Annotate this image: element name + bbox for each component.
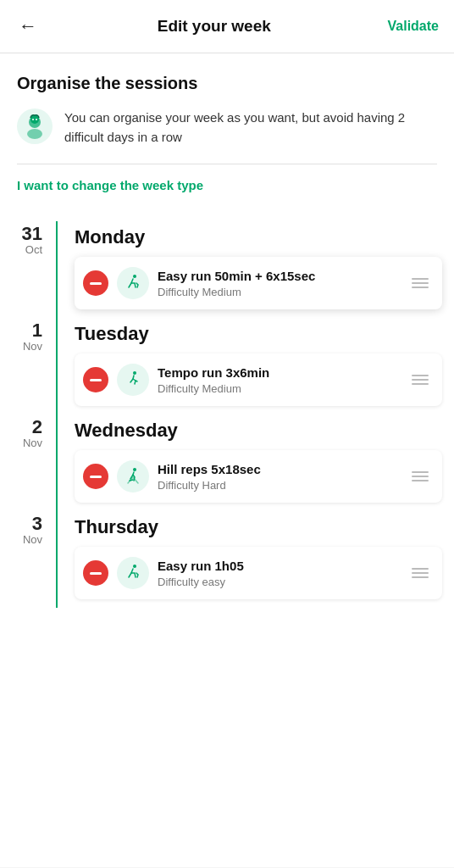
session-icon-monday-0 — [117, 267, 149, 299]
day-content-tuesday: Tuesday Tempo run 3x6min Dif — [66, 318, 454, 415]
timeline-section: 31 Oct Monday — [0, 213, 454, 608]
remove-session-wednesday-0[interactable] — [83, 464, 108, 489]
svg-point-4 — [32, 119, 34, 120]
drag-line-2 — [412, 572, 429, 574]
session-icon-tuesday-0 — [117, 364, 149, 396]
day-name-tuesday: Tuesday — [75, 321, 442, 345]
session-card-wednesday-0: Hill reps 5x18sec Difficulty Hard — [75, 450, 442, 503]
day-content-wednesday: Wednesday — [66, 415, 454, 511]
day-block-tuesday: 1 Nov Tuesday — [0, 318, 454, 415]
drag-line-3 — [412, 480, 429, 481]
day-block-thursday: 3 Nov Thursday — [0, 511, 454, 608]
timeline-col-thursday — [47, 511, 66, 608]
change-week-type-link[interactable]: I want to change the week type — [17, 178, 437, 199]
date-number-wednesday: 2 — [32, 418, 42, 437]
date-month-monday: Oct — [25, 243, 42, 257]
drag-line-1 — [412, 278, 429, 280]
svg-point-2 — [27, 129, 42, 139]
session-icon-wednesday-0 — [117, 460, 149, 492]
back-button[interactable]: ← — [15, 12, 41, 41]
page-title: Edit your week — [158, 17, 271, 36]
session-card-tuesday-0: Tempo run 3x6min Difficulty Medium — [75, 353, 442, 406]
session-difficulty-tuesday-0: Difficulty Medium — [158, 382, 400, 395]
session-info-wednesday-0: Hill reps 5x18sec Difficulty Hard — [158, 461, 400, 492]
session-info-tuesday-0: Tempo run 3x6min Difficulty Medium — [158, 364, 400, 396]
date-number-tuesday: 1 — [32, 321, 42, 340]
drag-handle-tuesday-0[interactable] — [408, 371, 432, 388]
main-content: Organise the sessions You can organise y… — [0, 53, 454, 867]
drag-line-2 — [412, 282, 429, 284]
drag-line-2 — [412, 476, 429, 477]
day-name-thursday: Thursday — [75, 515, 442, 538]
day-block-monday: 31 Oct Monday — [0, 221, 454, 318]
session-difficulty-thursday-0: Difficulty easy — [158, 576, 400, 588]
drag-handle-monday-0[interactable] — [408, 275, 432, 292]
drag-line-1 — [412, 375, 429, 376]
timeline-line — [56, 230, 58, 318]
date-number-monday: 31 — [22, 225, 42, 243]
drag-handle-wednesday-0[interactable] — [408, 468, 432, 485]
svg-point-7 — [133, 371, 136, 375]
session-name-tuesday-0: Tempo run 3x6min — [158, 364, 400, 381]
hill-reps-icon — [123, 466, 143, 487]
mascot-icon — [17, 108, 53, 144]
timeline-col-wednesday — [47, 415, 66, 511]
day-content-monday: Monday Easy run 50min + 6x15sec — [66, 221, 454, 318]
date-col-wednesday: 2 Nov — [0, 415, 47, 511]
easy-run-icon — [123, 273, 143, 293]
date-col-thursday: 3 Nov — [0, 511, 47, 608]
organise-title: Organise the sessions — [17, 74, 437, 93]
remove-session-tuesday-0[interactable] — [83, 367, 108, 392]
session-card-monday-0: Easy run 50min + 6x15sec Difficulty Medi… — [75, 257, 442, 309]
session-icon-thursday-0 — [117, 557, 149, 589]
drag-line-3 — [412, 383, 429, 385]
easy-run-icon-2 — [123, 563, 143, 583]
date-col-monday: 31 Oct — [0, 221, 47, 318]
session-info-thursday-0: Easy run 1h05 Difficulty easy — [158, 558, 400, 589]
session-name-monday-0: Easy run 50min + 6x15sec — [158, 268, 400, 285]
svg-point-5 — [36, 119, 37, 120]
drag-line-1 — [412, 568, 429, 570]
timeline-line-thursday — [56, 511, 58, 608]
timeline-tick — [56, 221, 58, 230]
day-name-wednesday: Wednesday — [75, 418, 442, 442]
day-block-wednesday: 2 Nov Wednesday — [0, 415, 454, 511]
session-difficulty-monday-0: Difficulty Medium — [158, 286, 400, 298]
svg-point-9 — [133, 565, 136, 568]
session-name-wednesday-0: Hill reps 5x18sec — [158, 461, 400, 478]
day-content-thursday: Thursday Easy run 1h05 Diffi — [66, 511, 454, 608]
remove-session-monday-0[interactable] — [83, 270, 108, 296]
date-month-wednesday: Nov — [23, 437, 42, 450]
date-number-thursday: 3 — [32, 515, 42, 533]
drag-line-1 — [412, 471, 429, 473]
date-month-tuesday: Nov — [23, 340, 42, 353]
timeline-line-tuesday — [56, 318, 58, 415]
drag-line-2 — [412, 379, 429, 381]
day-name-monday: Monday — [75, 225, 442, 248]
timeline-col-monday — [47, 221, 66, 318]
date-col-tuesday: 1 Nov — [0, 318, 47, 415]
tempo-run-icon — [123, 370, 143, 390]
organise-section: Organise the sessions You can organise y… — [0, 53, 454, 213]
svg-point-6 — [133, 275, 136, 278]
timeline-col-tuesday — [47, 318, 66, 415]
header: ← Edit your week Validate — [0, 0, 454, 53]
date-month-thursday: Nov — [23, 533, 42, 547]
timeline-line-wednesday — [56, 415, 58, 511]
validate-button[interactable]: Validate — [388, 19, 439, 34]
session-name-thursday-0: Easy run 1h05 — [158, 558, 400, 575]
svg-point-8 — [133, 468, 136, 471]
drag-line-3 — [412, 576, 429, 578]
organise-hint: You can organise your week as you want, … — [17, 108, 437, 147]
session-difficulty-wednesday-0: Difficulty Hard — [158, 479, 400, 492]
drag-line-3 — [412, 287, 429, 288]
hint-text: You can organise your week as you want, … — [64, 108, 437, 147]
session-info-monday-0: Easy run 50min + 6x15sec Difficulty Medi… — [158, 268, 400, 299]
drag-handle-thursday-0[interactable] — [408, 565, 432, 581]
remove-session-thursday-0[interactable] — [83, 560, 108, 586]
section-divider — [17, 164, 437, 164]
session-card-thursday-0: Easy run 1h05 Difficulty easy — [75, 547, 442, 599]
